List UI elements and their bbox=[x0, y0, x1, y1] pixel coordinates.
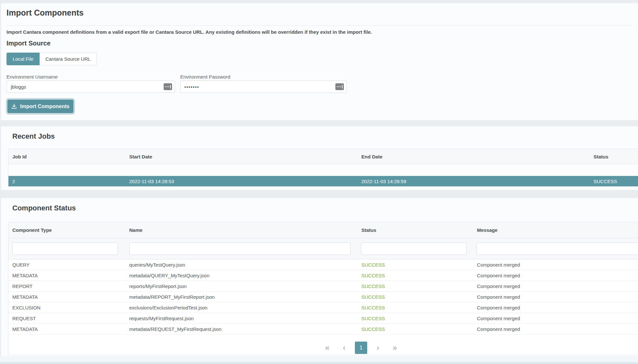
password-label: Environment Password bbox=[180, 74, 230, 80]
bottom-edge-strip bbox=[0, 362, 638, 364]
paginator-first-icon[interactable]: « bbox=[321, 342, 333, 354]
paginator-last-icon[interactable]: » bbox=[389, 342, 401, 354]
component-status-cell: SUCCESS bbox=[357, 302, 473, 313]
recent-jobs-header-row: Job Id Start Date End Date Status bbox=[8, 149, 638, 164]
filter-component-type-input[interactable] bbox=[12, 243, 118, 255]
column-header-status: Status bbox=[357, 222, 473, 238]
recent-jobs-row-selected[interactable]: 2 2022-11-03 14:28:53 2022-11-03 14:28:5… bbox=[8, 176, 638, 186]
filter-name-input[interactable] bbox=[129, 243, 351, 255]
component-row: METADATA metadata/REQUEST_MyFirstRequest… bbox=[8, 324, 638, 334]
toggle-local-file[interactable]: Local File bbox=[6, 53, 40, 65]
toggle-cantara-source-url[interactable]: Cantara Source URL bbox=[40, 53, 97, 65]
job-id-cell: 2 bbox=[8, 176, 125, 186]
paginator-prev-icon[interactable]: ‹ bbox=[338, 342, 350, 354]
job-start-date-cell: 2022-11-03 14:28:53 bbox=[125, 176, 357, 186]
component-message-cell: Component merged bbox=[473, 292, 638, 302]
job-end-date-cell: 2022-11-03 14:28:59 bbox=[357, 176, 590, 186]
username-label: Environment Username bbox=[6, 74, 58, 80]
component-status-title: Component Status bbox=[12, 204, 76, 212]
recent-jobs-title: Recent Jobs bbox=[12, 132, 55, 141]
recent-jobs-panel: Recent Jobs Job Id Start Date End Date S… bbox=[1, 126, 638, 190]
input-method-icon[interactable] bbox=[164, 83, 172, 90]
paginator-next-icon[interactable]: › bbox=[372, 342, 384, 354]
import-source-toggle: Local File Cantara Source URL bbox=[6, 53, 97, 65]
component-status-cell: SUCCESS bbox=[357, 259, 473, 270]
password-input[interactable] bbox=[181, 81, 346, 93]
column-header-message: Message bbox=[473, 222, 638, 238]
title-divider bbox=[6, 25, 632, 26]
component-status-header-row: Component Type Name Status Message bbox=[8, 222, 638, 238]
component-type-cell: METADATA bbox=[8, 324, 125, 334]
component-type-cell: METADATA bbox=[8, 292, 125, 302]
component-status-cell: SUCCESS bbox=[357, 281, 473, 291]
recent-jobs-empty-row bbox=[8, 164, 638, 176]
component-message-cell: Component merged bbox=[473, 259, 638, 270]
page-title: Import Components bbox=[6, 8, 84, 18]
column-header-component-type: Component Type bbox=[8, 222, 125, 238]
component-message-cell: Component merged bbox=[473, 313, 638, 323]
import-components-button-label: Import Components bbox=[20, 104, 69, 109]
paginator-page-1[interactable]: 1 bbox=[355, 342, 367, 354]
component-row: REPORT reports/MyFirstReport.json SUCCES… bbox=[8, 281, 638, 292]
component-type-cell: REPORT bbox=[8, 281, 125, 291]
import-components-page: Import Components Import Cantara compone… bbox=[0, 0, 638, 364]
username-field-wrap bbox=[6, 81, 175, 93]
component-status-filter-row bbox=[8, 238, 638, 259]
component-status-cell: SUCCESS bbox=[357, 313, 473, 323]
input-method-icon[interactable] bbox=[335, 83, 344, 90]
component-name-cell: reports/MyFirstReport.json bbox=[125, 281, 357, 291]
component-type-cell: METADATA bbox=[8, 270, 125, 281]
component-message-cell: Component merged bbox=[473, 302, 638, 313]
column-header-name: Name bbox=[125, 222, 357, 238]
component-status-cell: SUCCESS bbox=[357, 270, 473, 281]
component-message-cell: Component merged bbox=[473, 324, 638, 334]
component-status-cell: SUCCESS bbox=[357, 324, 473, 334]
filter-message-input[interactable] bbox=[477, 243, 638, 255]
component-type-cell: REQUEST bbox=[8, 313, 125, 323]
component-name-cell: metadata/REPORT_MyFirstReport.json bbox=[125, 292, 357, 302]
username-input[interactable] bbox=[7, 81, 175, 93]
component-type-cell: EXCLUSION bbox=[8, 302, 125, 313]
password-field-wrap bbox=[180, 81, 347, 93]
bottom-background-strip bbox=[0, 356, 638, 362]
column-header-status: Status bbox=[590, 149, 638, 164]
component-name-cell: requests/MyFirstRequest.json bbox=[125, 313, 357, 323]
paginator: « ‹ 1 › » bbox=[321, 342, 401, 354]
column-header-start-date: Start Date bbox=[125, 149, 357, 164]
component-message-cell: Component merged bbox=[473, 281, 638, 291]
column-header-end-date: End Date bbox=[357, 149, 590, 164]
import-panel: Import Components Import Cantara compone… bbox=[1, 3, 638, 120]
component-name-cell: metadata/QUERY_MyTestQuery.json bbox=[125, 270, 357, 281]
component-status-cell: SUCCESS bbox=[357, 292, 473, 302]
component-status-table: Component Type Name Status Message QUERY… bbox=[8, 222, 638, 355]
column-header-job-id: Job Id bbox=[8, 149, 125, 164]
component-name-cell: queries/MyTestQuery.json bbox=[125, 259, 357, 270]
component-name-cell: exclusions/ExclusionPeriodTest.json bbox=[125, 302, 357, 313]
filter-status-input[interactable] bbox=[361, 243, 467, 255]
download-icon bbox=[11, 104, 17, 109]
component-type-cell: QUERY bbox=[8, 259, 125, 270]
component-row: REQUEST requests/MyFirstRequest.json SUC… bbox=[8, 313, 638, 324]
import-source-heading: Import Source bbox=[6, 40, 51, 47]
component-message-cell: Component merged bbox=[473, 270, 638, 281]
component-row: METADATA metadata/REPORT_MyFirstReport.j… bbox=[8, 292, 638, 302]
component-row: EXCLUSION exclusions/ExclusionPeriodTest… bbox=[8, 302, 638, 313]
job-status-cell: SUCCESS bbox=[590, 176, 638, 186]
component-name-cell: metadata/REQUEST_MyFirstRequest.json bbox=[125, 324, 357, 334]
import-components-button[interactable]: Import Components bbox=[7, 100, 73, 113]
component-row: QUERY queries/MyTestQuery.json SUCCESS C… bbox=[8, 259, 638, 270]
import-description: Import Cantara component definitions fro… bbox=[6, 29, 372, 35]
component-row: METADATA metadata/QUERY_MyTestQuery.json… bbox=[8, 270, 638, 281]
component-status-panel: Component Status Component Type Name Sta… bbox=[1, 198, 638, 356]
recent-jobs-table: Job Id Start Date End Date Status 2 2022… bbox=[8, 149, 638, 186]
